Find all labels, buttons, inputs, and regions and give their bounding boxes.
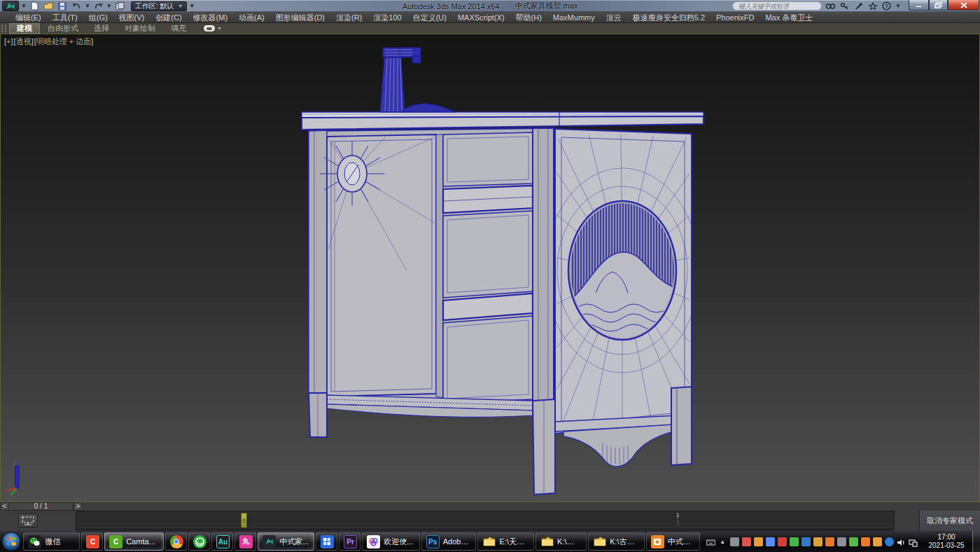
clock-date: 2021-03-25 — [925, 541, 969, 550]
ribbon-tab-object-paint[interactable]: 对象绘制 — [117, 23, 163, 34]
menu-item-modifiers[interactable]: 修改器(M) — [188, 12, 234, 23]
ribbon-minimize-caret-icon[interactable]: ▼ — [217, 26, 222, 31]
tray-network-icon[interactable] — [909, 537, 918, 546]
redo-list-caret-icon[interactable]: ▼ — [106, 3, 112, 9]
help-icon[interactable]: ? — [881, 1, 892, 11]
app-logo-icon[interactable] — [2, 1, 19, 11]
menu-item-customize[interactable]: 自定义(U) — [407, 12, 452, 23]
subscription-key-icon[interactable] — [839, 1, 850, 11]
taskbar-folder-k2-button[interactable]: K:\古色... — [588, 532, 645, 551]
infocenter-search-input[interactable] — [732, 1, 822, 11]
start-button[interactable] — [0, 531, 22, 552]
menu-item-views[interactable]: 视图(V) — [113, 12, 150, 23]
favorites-star-icon[interactable] — [867, 1, 878, 11]
tray-ime-icon[interactable] — [730, 537, 739, 546]
menu-item-antivirus[interactable]: Max 杀毒卫士 — [760, 12, 818, 23]
tray-drive-icon[interactable] — [825, 537, 834, 546]
taskbar-camtasia-button[interactable]: C Camta... — [104, 532, 163, 551]
menu-item-edit[interactable]: 编辑(E) — [10, 12, 47, 23]
viewport-menu-general[interactable]: [+] — [4, 37, 13, 46]
taskbar-browser-360-button[interactable] — [188, 532, 210, 551]
project-folder-button[interactable] — [114, 1, 126, 11]
ribbon-tab-modeling[interactable]: 建模 — [9, 23, 40, 34]
menu-item-animation[interactable]: 动画(A) — [233, 12, 270, 23]
tray-expand-arrow-icon[interactable]: ▲ — [718, 537, 727, 546]
tray-keyboard-icon[interactable] — [706, 537, 715, 546]
taskbar-folder-k1-button[interactable]: K:\录制 — [536, 532, 587, 551]
help-caret-icon[interactable]: ▼ — [895, 3, 901, 9]
camtasia-recorder-icon: C — [86, 535, 99, 548]
tray-acrobat-icon[interactable] — [778, 537, 787, 546]
open-file-button[interactable] — [43, 1, 55, 11]
taskbar-folder-e-button[interactable]: E:\天竹... — [477, 532, 534, 551]
tray-mail-icon[interactable] — [861, 537, 870, 546]
cancel-expert-mode-button[interactable]: 取消专家模式 — [919, 511, 980, 531]
tray-internet-icon[interactable] — [885, 537, 894, 546]
taskbar-image-viewer-button[interactable]: 中式家... — [646, 532, 700, 551]
perspective-viewport-canvas[interactable]: [+][透视][明暗处理 + 边面] — [0, 34, 980, 502]
menu-item-rendering[interactable]: 渲染(R) — [330, 12, 368, 23]
taskbar-photoshop-button[interactable]: Ps Adobe... — [421, 532, 477, 551]
next-frame-button[interactable]: > — [74, 502, 83, 511]
ribbon-tab-populate[interactable]: 填充 — [163, 23, 194, 34]
restore-button[interactable] — [929, 0, 948, 11]
menu-item-phoenixfd[interactable]: PhoenixFD — [710, 12, 760, 23]
tray-downloader-icon[interactable] — [754, 537, 763, 546]
close-button[interactable] — [948, 0, 979, 11]
taskbar-chrome-button[interactable] — [165, 532, 187, 551]
ribbon-grip-handle[interactable] — [1, 25, 6, 32]
tray-security-icon[interactable] — [813, 537, 822, 546]
taskbar-welcome-button[interactable]: 欢迎使... — [362, 532, 420, 551]
menu-item-renderfarm[interactable]: 渲云 — [601, 12, 627, 23]
taskbar-xiaowan-button[interactable]: 丸 — [234, 532, 256, 551]
redo-button[interactable] — [92, 1, 104, 11]
xiaowan-toolbox-icon: 丸 — [239, 535, 253, 548]
menu-item-slim-archive[interactable]: 极速瘦身安全归档5.2 — [627, 12, 710, 23]
time-slider-marker[interactable]: 0 — [241, 513, 247, 528]
tray-usb-icon[interactable] — [837, 537, 846, 546]
new-scene-button[interactable] — [29, 1, 41, 11]
taskbar-camtasia-red-button[interactable]: C — [81, 532, 103, 551]
undo-list-caret-icon[interactable]: ▼ — [85, 3, 90, 9]
viewport-menu-shading[interactable]: [明暗处理 + 边面] — [34, 37, 94, 46]
tray-wechat-icon[interactable] — [790, 537, 799, 546]
ribbon-tab-freeform[interactable]: 自由形式 — [40, 23, 86, 34]
menu-item-graph-editors[interactable]: 图形编辑器(D) — [270, 12, 330, 23]
photoshop-icon: Ps — [426, 535, 440, 548]
tray-cloud-icon[interactable] — [766, 537, 775, 546]
save-file-button[interactable] — [57, 1, 69, 11]
taskbar-3dsmax-button[interactable]: 中式家... — [258, 532, 314, 551]
ribbon-tab-selection[interactable]: 选择 — [86, 23, 117, 34]
taskbar-wechat-button[interactable]: 微信 — [23, 532, 80, 551]
mini-curve-editor-button[interactable] — [18, 513, 38, 527]
toolbar-flyout-caret-icon[interactable]: ▼ — [189, 3, 195, 9]
show-desktop-button[interactable] — [972, 531, 980, 552]
taskbar-premiere-button[interactable]: Pr — [339, 532, 360, 551]
app-menu-caret-icon[interactable]: ▼ — [21, 3, 27, 9]
minimize-button[interactable] — [909, 0, 929, 11]
tray-cf-icon[interactable] — [802, 537, 811, 546]
menu-item-group[interactable]: 组(G) — [83, 12, 113, 23]
timeline-track[interactable]: 0 1 — [76, 511, 895, 531]
viewport-menu-pov[interactable]: [透视] — [14, 37, 34, 46]
document-title: 中式家具模型.max — [514, 1, 578, 11]
menu-item-maxscript[interactable]: MAXScript(X) — [452, 12, 510, 23]
menu-item-help[interactable]: 帮助(H) — [510, 12, 547, 23]
menu-item-tools[interactable]: 工具(T) — [47, 12, 83, 23]
tray-updater-icon[interactable] — [742, 537, 751, 546]
search-binoculars-icon[interactable] — [825, 1, 836, 11]
workspace-selector[interactable]: 工作区: 默认 ▼ — [131, 1, 188, 11]
tray-shield-icon[interactable] — [873, 537, 882, 546]
tray-volume-icon[interactable] — [897, 537, 906, 546]
taskbar-clock[interactable]: 17:00 2021-03-25 — [925, 533, 969, 550]
tray-notes-icon[interactable] — [849, 537, 858, 546]
taskbar-audition-button[interactable]: Au — [211, 532, 233, 551]
communication-center-icon[interactable] — [853, 1, 864, 11]
taskbar-video-editor-button[interactable] — [316, 532, 337, 551]
menu-item-render100[interactable]: 渲染100 — [368, 12, 407, 23]
menu-item-maxmummy[interactable]: MaxMummy — [547, 12, 601, 23]
undo-button[interactable] — [71, 1, 83, 11]
previous-frame-button[interactable]: < — [0, 502, 9, 511]
ribbon-minimize-toggle-icon[interactable] — [204, 25, 215, 32]
menu-item-create[interactable]: 创建(C) — [150, 12, 187, 23]
